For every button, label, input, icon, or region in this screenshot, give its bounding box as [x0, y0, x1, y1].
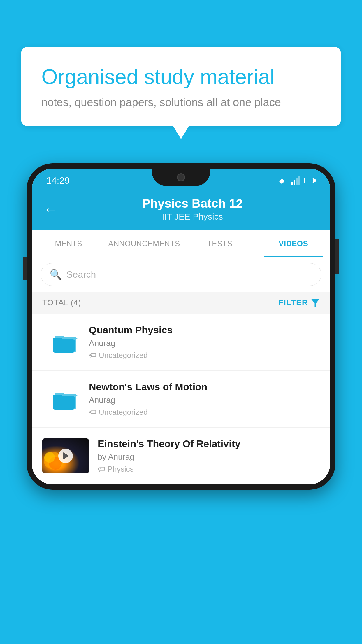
phone-camera: [177, 173, 185, 181]
status-icons: [277, 176, 316, 185]
svg-rect-6: [298, 176, 300, 185]
tab-ments[interactable]: MENTS: [32, 230, 106, 257]
video-author-2: Anurag: [89, 396, 320, 405]
back-button[interactable]: ←: [43, 201, 57, 217]
video-author-3: by Anurag: [98, 452, 320, 462]
phone-right-button: [335, 239, 339, 274]
phone-outer: 14:29: [27, 163, 335, 490]
speech-bubble-container: Organised study material notes, question…: [21, 47, 341, 126]
svg-rect-12: [53, 339, 75, 353]
battery-icon: [304, 177, 316, 184]
video-info-2: Newton's Laws of Motion Anurag 🏷 Uncateg…: [89, 381, 320, 417]
play-triangle-icon: [63, 452, 69, 459]
phone-screen: 14:29: [32, 169, 330, 484]
tag-icon: 🏷: [89, 351, 96, 360]
tabs-container: MENTS ANNOUNCEMENTS TESTS VIDEOS: [32, 230, 330, 257]
list-item[interactable]: Newton's Laws of Motion Anurag 🏷 Uncateg…: [32, 371, 330, 428]
folder-icon: [52, 330, 79, 354]
tag-icon-2: 🏷: [89, 408, 96, 417]
speech-bubble-title: Organised study material: [41, 64, 321, 89]
signal-icon: [291, 176, 300, 185]
svg-rect-9: [314, 179, 316, 182]
search-icon: 🔍: [50, 269, 62, 280]
search-container: 🔍 Search: [32, 257, 330, 292]
video-tag-3: 🏷 Physics: [98, 465, 320, 474]
filter-button[interactable]: FILTER: [278, 298, 320, 307]
status-time: 14:29: [46, 175, 70, 186]
search-input-wrapper[interactable]: 🔍 Search: [41, 263, 321, 286]
svg-point-17: [44, 452, 55, 463]
filter-icon: [311, 299, 320, 307]
speech-bubble-subtitle: notes, question papers, solutions all at…: [41, 96, 321, 109]
list-item[interactable]: Quantum Physics Anurag 🏷 Uncategorized: [32, 314, 330, 371]
svg-rect-8: [305, 178, 313, 183]
video-tag-2: 🏷 Uncategorized: [89, 408, 320, 417]
speech-bubble: Organised study material notes, question…: [21, 47, 341, 126]
video-title: Quantum Physics: [89, 324, 320, 336]
wifi-icon: [277, 176, 287, 185]
list-item[interactable]: Einstein's Theory Of Relativity by Anura…: [32, 428, 330, 484]
video-title-3: Einstein's Theory Of Relativity: [98, 438, 320, 449]
header-title: Physics Batch 12: [66, 197, 319, 211]
svg-rect-3: [291, 182, 293, 185]
app-header: ← Physics Batch 12 IIT JEE Physics: [32, 190, 330, 230]
search-input[interactable]: Search: [66, 269, 96, 280]
svg-rect-5: [296, 178, 298, 185]
tab-tests[interactable]: TESTS: [183, 230, 257, 257]
header-title-area: Physics Batch 12 IIT JEE Physics: [66, 197, 319, 222]
folder-icon-wrapper: [51, 328, 80, 357]
header-subtitle: IIT JEE Physics: [66, 212, 319, 222]
folder-icon-wrapper-2: [51, 384, 80, 414]
svg-rect-4: [294, 180, 295, 185]
folder-icon-2: [52, 387, 79, 411]
video-tag: 🏷 Uncategorized: [89, 351, 320, 360]
filter-label: FILTER: [278, 298, 308, 307]
video-info: Quantum Physics Anurag 🏷 Uncategorized: [89, 324, 320, 360]
tab-announcements[interactable]: ANNOUNCEMENTS: [106, 230, 183, 257]
total-count: TOTAL (4): [42, 298, 81, 307]
video-info-3: Einstein's Theory Of Relativity by Anura…: [98, 438, 320, 474]
phone-wrapper: 14:29: [27, 163, 335, 490]
play-button[interactable]: [58, 449, 73, 463]
video-list: Quantum Physics Anurag 🏷 Uncategorized: [32, 314, 330, 484]
svg-rect-14: [53, 396, 75, 410]
svg-marker-10: [311, 299, 320, 307]
video-title-2: Newton's Laws of Motion: [89, 381, 320, 393]
tag-icon-3: 🏷: [98, 465, 105, 474]
filter-bar: TOTAL (4) FILTER: [32, 292, 330, 314]
phone-notch: [152, 169, 210, 186]
video-author: Anurag: [89, 339, 320, 348]
tab-videos[interactable]: VIDEOS: [256, 230, 330, 257]
video-thumbnail: [42, 438, 89, 473]
